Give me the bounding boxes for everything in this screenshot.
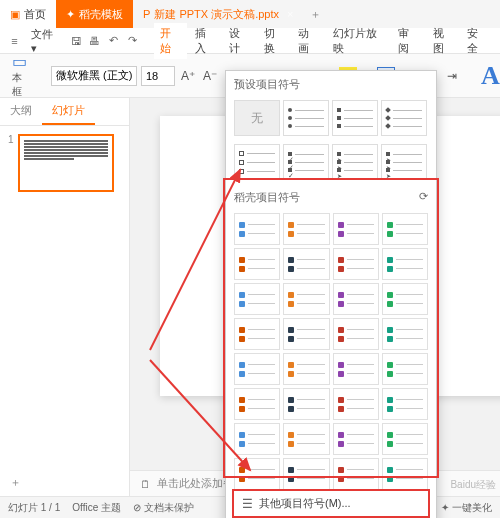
undo-icon[interactable]: ↶ [105, 32, 122, 50]
preset-arrow[interactable] [332, 144, 378, 180]
docker-bullet-option[interactable] [234, 423, 280, 455]
size-select[interactable] [141, 66, 175, 86]
preset-title: 预设项目符号 [226, 71, 436, 96]
tab-template[interactable]: ✦稻壳模板 [56, 0, 133, 28]
preset-diamond[interactable] [381, 100, 427, 136]
other-bullets-button[interactable]: ☰ 其他项目符号(M)... [232, 489, 430, 518]
refresh-icon[interactable]: ⟳ [419, 190, 428, 205]
docker-bullet-option[interactable] [283, 283, 329, 315]
side-tab-slides[interactable]: 幻灯片 [42, 98, 95, 125]
docker-bullet-option[interactable] [234, 213, 280, 245]
textbox-button[interactable]: ▭ 本框 [8, 52, 31, 99]
watermark: Baidu经验 [450, 478, 496, 492]
menu-review[interactable]: 审阅 [392, 23, 425, 59]
list-icon: ☰ [242, 497, 253, 511]
save-icon[interactable]: 🖫 [68, 32, 85, 50]
side-tab-outline[interactable]: 大纲 [0, 98, 42, 125]
redo-icon[interactable]: ↷ [124, 32, 141, 50]
shrink-font-icon[interactable]: A⁻ [201, 67, 219, 85]
preset-none[interactable]: 无 [234, 100, 280, 136]
status-page: 幻灯片 1 / 1 [8, 501, 60, 515]
docker-bullet-option[interactable] [382, 213, 428, 245]
app-menu-icon[interactable]: ≡ [6, 32, 23, 50]
menu-start[interactable]: 开始 [154, 23, 187, 59]
textbox-icon: ▭ [12, 52, 27, 71]
menu-slideshow[interactable]: 幻灯片放映 [327, 23, 390, 59]
docker-bullet-option[interactable] [382, 423, 428, 455]
docker-bullet-option[interactable] [333, 353, 379, 385]
font-select[interactable] [51, 66, 137, 86]
menu-design[interactable]: 设计 [223, 23, 256, 59]
docker-grid [226, 209, 436, 489]
docker-bullet-option[interactable] [283, 423, 329, 455]
preset-tri[interactable] [381, 144, 427, 180]
docker-bullet-option[interactable] [382, 353, 428, 385]
docker-bullet-option[interactable] [333, 248, 379, 280]
menu-view[interactable]: 视图 [427, 23, 460, 59]
docker-bullet-option[interactable] [283, 248, 329, 280]
docker-bullet-option[interactable] [333, 283, 379, 315]
docker-bullet-option[interactable] [234, 283, 280, 315]
docker-bullet-option[interactable] [333, 318, 379, 350]
docker-bullet-option[interactable] [333, 388, 379, 420]
beautify-button[interactable]: ✦ 一键美化 [441, 501, 492, 515]
docker-bullet-option[interactable] [283, 213, 329, 245]
docker-bullet-option[interactable] [333, 213, 379, 245]
docker-bullet-option[interactable] [333, 423, 379, 455]
tab-add[interactable]: ＋ [303, 7, 327, 22]
menu-insert[interactable]: 插入 [189, 23, 222, 59]
docker-bullet-option[interactable] [283, 458, 329, 489]
menu-transition[interactable]: 切换 [258, 23, 291, 59]
indent-inc-button[interactable]: ⇥ [443, 67, 461, 85]
docker-bullet-option[interactable] [234, 248, 280, 280]
menu-security[interactable]: 安全 [461, 23, 494, 59]
menubar: ≡ 文件 ▾ 🖫 🖶 ↶ ↷ 开始 插入 设计 切换 动画 幻灯片放映 审阅 视… [0, 28, 500, 54]
preset-check[interactable] [283, 144, 329, 180]
docker-bullet-option[interactable] [234, 388, 280, 420]
docker-bullet-option[interactable] [283, 353, 329, 385]
docker-bullet-option[interactable] [234, 318, 280, 350]
status-protect: ⊘ 文档未保护 [133, 501, 194, 515]
docker-bullet-option[interactable] [382, 458, 428, 489]
docker-title-row: 稻壳项目符号 ⟳ [226, 184, 436, 209]
preset-box[interactable] [234, 144, 280, 180]
close-icon[interactable]: × [287, 8, 293, 20]
docker-bullet-option[interactable] [234, 353, 280, 385]
docker-bullet-option[interactable] [283, 388, 329, 420]
text-style-a1[interactable]: A [481, 61, 500, 91]
docker-bullet-option[interactable] [382, 283, 428, 315]
menu-anim[interactable]: 动画 [292, 23, 325, 59]
docker-title: 稻壳项目符号 [234, 190, 300, 205]
preset-square[interactable] [332, 100, 378, 136]
docker-bullet-option[interactable] [234, 458, 280, 489]
add-slide-button[interactable]: ＋ [0, 469, 129, 496]
grow-font-icon[interactable]: A⁺ [179, 67, 197, 85]
docker-bullet-option[interactable] [382, 388, 428, 420]
bullets-dropdown: 预设项目符号 无 稻壳项目符号 ⟳ ☰ 其他项目符号(M)... [225, 70, 437, 518]
preset-disc[interactable] [283, 100, 329, 136]
docker-bullet-option[interactable] [283, 318, 329, 350]
slide-thumbnail[interactable] [18, 134, 114, 192]
docker-bullet-option[interactable] [382, 248, 428, 280]
docker-bullet-option[interactable] [382, 318, 428, 350]
print-icon[interactable]: 🖶 [87, 32, 104, 50]
thumb-number: 1 [8, 134, 14, 192]
status-theme: Office 主题 [72, 501, 121, 515]
docker-bullet-option[interactable] [333, 458, 379, 489]
notes-icon: 🗒 [140, 478, 151, 490]
sidebar: 大纲 幻灯片 1 ＋ [0, 98, 130, 496]
